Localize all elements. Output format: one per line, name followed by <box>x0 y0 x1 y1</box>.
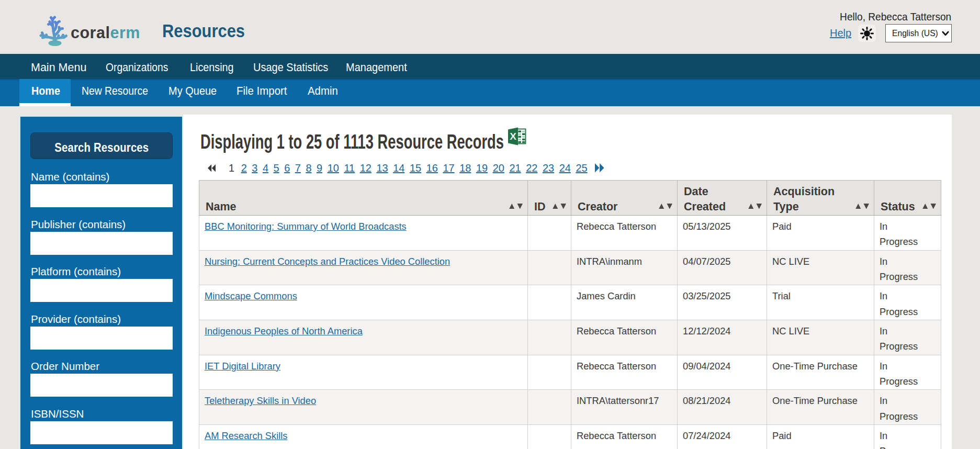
svg-text:X: X <box>510 131 516 142</box>
